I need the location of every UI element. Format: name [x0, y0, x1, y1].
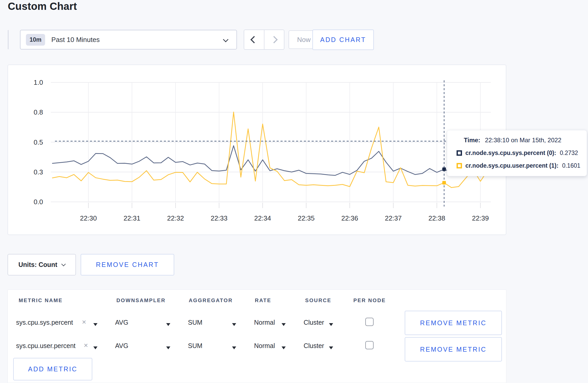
x-axis-label: 22:32 — [167, 214, 184, 222]
units-label: Units: Count — [18, 261, 57, 268]
chevron-down-icon — [61, 262, 66, 266]
chevron-right-icon — [270, 36, 278, 43]
chart-panel: 0.00.30.50.81.022:3022:3122:3222:3322:34… — [8, 65, 506, 235]
col-header-source: SOURCE — [305, 297, 331, 303]
hover-point-marker — [442, 181, 446, 185]
col-header-aggregator: AGGREGATOR — [189, 297, 233, 303]
add-metric-button[interactable]: ADD METRIC — [13, 358, 92, 380]
remove-chart-button[interactable]: REMOVE CHART — [81, 254, 174, 275]
tooltip-series-row: cr.node.sys.cpu.sys.percent (0): 0.2732 — [457, 150, 587, 157]
x-axis-label: 22:39 — [472, 214, 489, 222]
tooltip-series-row: cr.node.sys.cpu.user.percent (1): 0.1601 — [457, 162, 587, 169]
time-prev-button[interactable] — [244, 30, 264, 49]
time-range-dropdown[interactable]: 10m Past 10 Minutes — [20, 30, 237, 49]
tooltip-series-value: 0.1601 — [562, 162, 580, 169]
tooltip-series-name: cr.node.sys.cpu.user.percent (1): — [465, 162, 558, 169]
tooltip-series-value: 0.2732 — [560, 150, 578, 157]
caret-down-icon — [166, 344, 170, 351]
units-dropdown[interactable]: Units: Count — [8, 254, 76, 275]
series-line — [52, 112, 488, 187]
per-node-checkbox[interactable] — [365, 341, 374, 349]
y-axis-label: 0.5 — [34, 138, 43, 146]
aggregator-select[interactable]: SUM — [188, 342, 202, 350]
per-node-checkbox[interactable] — [365, 318, 374, 326]
rate-select[interactable]: Normal — [254, 319, 275, 326]
caret-down-icon — [232, 344, 236, 351]
metric-name-select[interactable]: sys.cpu.sys.percent — [16, 319, 73, 326]
series-line — [52, 146, 488, 175]
add-chart-button[interactable]: ADD CHART — [312, 30, 374, 50]
time-next-button[interactable] — [264, 30, 284, 49]
tooltip-series-name: cr.node.sys.cpu.sys.percent (0): — [465, 150, 556, 157]
rate-select[interactable]: Normal — [254, 342, 275, 350]
caret-down-icon — [282, 320, 286, 328]
col-header-rate: RATE — [255, 297, 271, 303]
time-range-badge: 10m — [26, 34, 45, 46]
x-axis-label: 22:31 — [123, 214, 140, 222]
x-axis-label: 22:36 — [341, 214, 358, 222]
x-axis-label: 22:37 — [385, 214, 402, 222]
metrics-table: METRIC NAME DOWNSAMPLER AGGREGATOR RATE … — [8, 289, 506, 383]
toolbar-left-rule — [8, 30, 9, 49]
tooltip-time-label: Time: — [464, 137, 480, 144]
caret-down-icon — [329, 344, 333, 351]
remove-tag-icon[interactable]: × — [82, 318, 86, 326]
caret-down-icon — [93, 320, 97, 328]
x-axis-label: 22:35 — [298, 214, 314, 222]
caret-down-icon — [329, 320, 333, 328]
remove-metric-button[interactable]: REMOVE METRIC — [405, 311, 502, 335]
caret-down-icon — [93, 344, 97, 351]
chart-svg[interactable]: 0.00.30.50.81.022:3022:3122:3222:3322:34… — [8, 65, 507, 236]
chevron-left-icon — [250, 36, 258, 43]
y-axis-label: 0.0 — [34, 198, 43, 206]
downsampler-select[interactable]: AVG — [115, 342, 128, 350]
x-axis-label: 22:34 — [254, 214, 271, 222]
chart-hover-tooltip: Time: 22:38:10 on Mar 15th, 2022 cr.node… — [447, 130, 587, 176]
remove-metric-button[interactable]: REMOVE METRIC — [405, 337, 502, 361]
tooltip-time-value: 22:38:10 on Mar 15th, 2022 — [485, 137, 562, 144]
y-axis-label: 0.3 — [34, 168, 43, 176]
time-nav-group — [244, 30, 284, 50]
metric-name-select[interactable]: sys.cpu.user.percent — [16, 342, 75, 350]
aggregator-select[interactable]: SUM — [188, 319, 202, 326]
time-range-label: Past 10 Minutes — [51, 36, 100, 44]
col-header-metric-name: METRIC NAME — [19, 297, 63, 303]
sys-series-swatch-icon — [457, 150, 462, 156]
user-series-swatch-icon — [457, 163, 462, 168]
custom-chart-page: { "page": { "title": "Custom Chart" }, "… — [0, 0, 588, 383]
y-axis-label: 0.8 — [34, 108, 43, 116]
source-select[interactable]: Cluster — [304, 342, 324, 350]
chevron-down-icon — [223, 37, 228, 42]
hover-point-marker — [442, 167, 446, 171]
caret-down-icon — [232, 320, 236, 328]
page-title: Custom Chart — [8, 1, 77, 12]
y-axis-label: 1.0 — [34, 79, 43, 86]
remove-tag-icon[interactable]: × — [84, 341, 88, 350]
col-header-downsampler: DOWNSAMPLER — [116, 297, 166, 303]
x-axis-label: 22:33 — [211, 214, 227, 222]
downsampler-select[interactable]: AVG — [115, 319, 128, 326]
x-axis-label: 22:38 — [428, 214, 445, 222]
caret-down-icon — [282, 344, 286, 351]
source-select[interactable]: Cluster — [304, 319, 324, 326]
col-header-per-node: PER NODE — [353, 297, 386, 303]
caret-down-icon — [166, 320, 170, 328]
x-axis-label: 22:30 — [80, 214, 97, 222]
